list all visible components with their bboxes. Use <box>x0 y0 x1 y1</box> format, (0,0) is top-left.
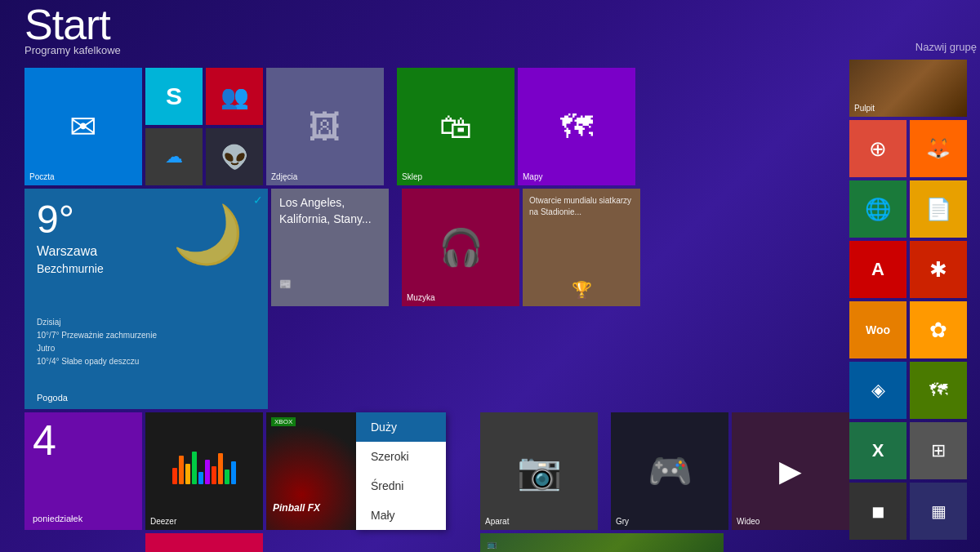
tile-video-news[interactable]: Koniec mitu pijącego Polaka 📺 <box>480 533 724 552</box>
people-icon: 👥 <box>220 83 249 110</box>
tile-group-1: Programy kafelkowe ✉ Poczta S 👥 <box>24 41 849 552</box>
calendar-number: 4 <box>33 419 56 461</box>
sidebar-tile-star[interactable]: ✱ <box>910 241 967 298</box>
sidebar-tile-chrome[interactable]: ⊕ <box>849 120 906 177</box>
tile-alien[interactable]: 👽 <box>206 128 263 185</box>
woo-icon: Woo <box>866 323 890 336</box>
start-title: Start <box>24 0 110 49</box>
gamepad-icon: 🎮 <box>648 450 693 492</box>
group2-label: Nazwij grupę <box>849 41 980 53</box>
tile-sklep[interactable]: 🛍 Sklep <box>397 68 514 185</box>
tile-mapy[interactable]: 🗺 Mapy <box>518 68 635 185</box>
sidebar-tile-grid[interactable]: ⊞ <box>910 422 967 479</box>
weather-temp: 9° <box>37 197 74 242</box>
mail-icon: ✉ <box>69 108 97 145</box>
group1-label: Programy kafelkowe <box>24 41 849 60</box>
sidebar-tile-acrobat[interactable]: A <box>849 241 906 298</box>
sidebar-tile-dark[interactable]: ◼ <box>849 483 906 540</box>
sidebar-tile-world[interactable]: 🌐 <box>849 180 906 238</box>
right-sidebar: Nazwij grupę Pulpit ⊕ 🦊 🌐 📄 <box>849 41 980 540</box>
eq-bar <box>172 468 177 484</box>
weather-city: Warszawa <box>37 244 97 259</box>
camera-icon: 📷 <box>517 450 562 492</box>
tile-pogoda[interactable]: 9° 🌙 Warszawa Bezchmurnie Dzisiaj 10°/7°… <box>24 189 268 409</box>
tile-deezer[interactable]: Deezer <box>145 412 263 530</box>
indigo-icon: ▦ <box>931 501 947 521</box>
file-icon: 📄 <box>925 197 951 222</box>
sidebar-tile-flower[interactable]: ✿ <box>910 301 967 358</box>
tile-skype[interactable]: S <box>145 68 203 125</box>
trophy-icon: 🏆 <box>572 280 592 300</box>
dark-icon: ◼ <box>871 501 885 521</box>
pinball-text: Pinball FX <box>273 502 320 514</box>
sports-text: Otwarcie mundialu siatkarzy na Stadionie… <box>529 195 640 218</box>
photo-icon: 🖼 <box>309 109 341 145</box>
excel-icon: X <box>872 440 884 461</box>
equalizer-bars <box>169 455 239 487</box>
context-menu-item-szeroki[interactable]: Szeroki <box>356 442 446 471</box>
video-bg <box>480 533 724 552</box>
eq-bar <box>205 460 210 484</box>
context-menu-item-maly[interactable]: Mały <box>356 501 446 530</box>
eq-bar <box>225 470 229 484</box>
sidebar-tile-map2[interactable]: 🗺 <box>910 362 967 419</box>
tile-news-la[interactable]: Los Angeles, Kalifornia, Stany... 📰 <box>271 189 389 306</box>
tile-people[interactable]: 👥 <box>206 68 263 125</box>
eq-bar <box>185 464 190 484</box>
firefox-icon: 🦊 <box>926 137 951 160</box>
weather-today-detail: 10°/7° Przeważnie zachmurzenie <box>37 329 157 342</box>
video-icon: ▶ <box>779 454 802 488</box>
headphones-icon: 🎧 <box>439 226 483 269</box>
tile-muzyka[interactable]: 🎧 Muzyka <box>402 189 519 306</box>
map-icon: 🗺 <box>560 109 593 145</box>
sidebar-tile-grid: ⊕ 🦊 🌐 📄 A ✱ Woo <box>849 120 980 540</box>
store-icon: 🛍 <box>439 109 472 145</box>
sidebar-tile-indigo[interactable]: ▦ <box>910 483 967 540</box>
alien-icon: 👽 <box>220 144 249 171</box>
news-la-text: Los Angeles, Kalifornia, Stany... <box>279 195 389 227</box>
flower-icon: ✿ <box>929 318 947 343</box>
weather-tomorrow: Jutro <box>37 342 157 355</box>
tile-aparat[interactable]: 📷 Aparat <box>480 412 598 530</box>
tile-wideo[interactable]: ▶ Wideo <box>732 412 849 530</box>
context-menu: Duży Szeroki Średni Mały <box>356 412 446 530</box>
tile-kalendarz[interactable]: 4 poniedziałek <box>24 412 142 530</box>
calendar-day: poniedziałek <box>33 514 82 523</box>
context-menu-item-sredni[interactable]: Średni <box>356 471 446 501</box>
eq-bar <box>212 466 216 484</box>
chrome-icon: ⊕ <box>869 136 887 162</box>
sidebar-tile-file[interactable]: 📄 <box>910 180 967 238</box>
weather-condition: Bezchmurnie <box>37 262 104 275</box>
pinball-area: XBOX Pinball FX Duży Szeroki Średni Mały <box>266 412 384 530</box>
eq-bar <box>218 453 223 484</box>
weather-label: Pogoda <box>37 393 68 403</box>
star-icon: ✱ <box>929 257 947 283</box>
eq-bar <box>179 456 184 484</box>
tile-zdrowie[interactable]: ❤ Kondycja <box>145 533 263 552</box>
spacer <box>387 68 394 185</box>
onedrive-icon: ☁ <box>165 146 183 167</box>
tile-gry[interactable]: 🎮 Gry <box>611 412 728 530</box>
weather-moon-icon: 🌙 <box>172 201 243 268</box>
tile-zdjecia[interactable]: 🖼 Zdjęcia <box>266 68 384 185</box>
weather-details: Dzisiaj 10°/7° Przeważnie zachmurzenie J… <box>37 316 157 368</box>
eq-bar <box>192 452 197 484</box>
health-icon: ❤ <box>194 548 215 553</box>
video-label: 📺 <box>487 540 497 549</box>
tile-poczta[interactable]: ✉ Poczta <box>24 68 142 185</box>
acrobat-icon: A <box>871 259 884 280</box>
tile-onedrive[interactable]: ☁ <box>145 128 203 185</box>
sidebar-tile-woo[interactable]: Woo <box>849 301 906 358</box>
small-tile-grid: S 👥 ☁ 👽 <box>145 68 263 185</box>
sidebar-tile-excel[interactable]: X <box>849 422 906 479</box>
grid-icon: ⊞ <box>931 440 946 461</box>
tile-pupit[interactable]: Pulpit <box>849 60 967 117</box>
xbox-badge: XBOX <box>271 417 296 426</box>
sidebar-tile-firefox[interactable]: 🦊 <box>910 120 967 177</box>
weather-today: Dzisiaj <box>37 316 157 329</box>
tile-sports[interactable]: Otwarcie mundialu siatkarzy na Stadionie… <box>523 189 640 306</box>
eq-bar <box>231 461 236 484</box>
sidebar-tile-blue[interactable]: ◈ <box>849 362 906 419</box>
eq-bar <box>198 472 203 484</box>
context-menu-item-duzy[interactable]: Duży <box>356 412 446 442</box>
